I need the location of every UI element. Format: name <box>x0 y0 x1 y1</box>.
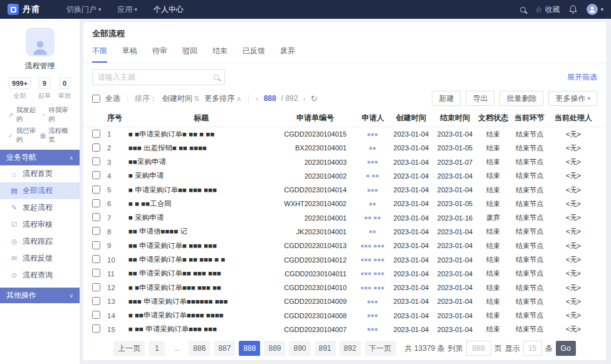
row-checkbox[interactable] <box>92 325 100 333</box>
filter-tab[interactable]: 草稿 <box>122 46 137 63</box>
quick-link[interactable]: ▦流程概览 <box>40 127 73 144</box>
filter-tab[interactable]: 待审 <box>152 46 167 63</box>
search-input[interactable] <box>98 73 214 81</box>
quick-link[interactable]: ✓我已审的 <box>8 127 40 144</box>
table-row[interactable]: 13 ■■■ 申请采购订单■■■■■■ ■■■ CGDD20230104009 … <box>83 294 606 308</box>
page-button[interactable]: 892 <box>340 341 361 356</box>
row-checkbox[interactable] <box>92 199 100 207</box>
filter-tab[interactable]: 驳回 <box>182 46 197 63</box>
table-row[interactable]: 10 ■■ 申请采购订单■ ■■ ■■■ ■ ■ CGDD20230104012… <box>83 252 606 266</box>
row-title[interactable]: ■ ■申请采购订单■ ■■ ■ ■■ <box>128 130 274 139</box>
action-button[interactable]: 导出 <box>466 91 494 106</box>
page-button[interactable]: 887 <box>214 341 235 356</box>
sidebar-stat[interactable]: 999+全部 <box>9 78 31 100</box>
table-row[interactable]: 6 ■ ■ ■■工合同 WXHT20230104002 ■■ 2023-01-0… <box>83 197 606 211</box>
sidebar-item[interactable]: ✉流程反馈 <box>0 250 80 267</box>
select-all-label[interactable]: 全选 <box>105 93 120 104</box>
user-menu[interactable]: ▾ <box>587 4 603 15</box>
table-row[interactable]: 3 ■■采购申请 20230104003 ■■■ 2023-01-04 2023… <box>83 155 606 169</box>
table-row[interactable]: 12 ■ ■申请采购订单■■■ ■■■ ■■ CGDD20230104010 ■… <box>83 281 606 294</box>
bell-icon[interactable] <box>569 5 577 14</box>
page-size-input[interactable] <box>523 341 542 356</box>
nav-menu-item[interactable]: 切换门户▾ <box>66 0 102 19</box>
table-row[interactable]: 15 ■ ■■ 申请采购订单■■■ ■■■ CGDD20230104007 ■■… <box>83 323 606 336</box>
row-title[interactable]: ■ 采购申请 <box>128 171 274 180</box>
nav-menu-item[interactable]: 个人中心 <box>154 0 184 19</box>
filter-tab[interactable]: 结束 <box>212 46 227 63</box>
table-row[interactable]: 8 ■■ 申请借■■■■ 记 JK20230104001 ■■ 2023-01-… <box>83 225 606 239</box>
sidebar-item[interactable]: ⊙流程查询 <box>0 267 80 284</box>
row-checkbox[interactable] <box>92 297 100 305</box>
sidebar-item[interactable]: ☑流程审核 <box>0 216 80 233</box>
sort-field[interactable]: 创建时间 ⇅ <box>162 93 199 104</box>
select-all-checkbox[interactable] <box>92 95 100 103</box>
row-checkbox[interactable] <box>92 311 100 319</box>
next-page-icon[interactable]: › <box>303 95 305 103</box>
row-title[interactable]: ■ 采购申请 <box>128 213 274 222</box>
col-header-ended[interactable]: 结束时间 <box>433 113 477 123</box>
sidebar-item[interactable]: ✎发起流程 <box>0 199 80 216</box>
row-checkbox[interactable] <box>92 283 100 291</box>
expand-filter-link[interactable]: 展开筛选 <box>567 72 597 83</box>
table-row[interactable]: 9 ■■ 申请采购订单■ ■■■ ■■■ CGDD20230104013 ■■■… <box>83 239 606 252</box>
col-header-node[interactable]: 当前环节 <box>509 113 550 123</box>
page-button[interactable]: 891 <box>315 341 336 356</box>
row-title[interactable]: ■■ 申请采购订单■■ ■■■ ■■■ <box>128 269 274 278</box>
row-checkbox[interactable] <box>92 227 100 235</box>
page-button[interactable]: 889 <box>264 341 285 356</box>
filter-tab[interactable]: 废弃 <box>280 46 295 63</box>
row-title[interactable]: ■■ 申请采购订单■ ■■ ■■■ ■ ■ <box>128 255 274 264</box>
nav-menu-item[interactable]: 应用▾ <box>118 0 138 19</box>
col-header-title[interactable]: 标题 <box>128 113 274 123</box>
table-row[interactable]: 5 ■ 申请采购订单■■ ■■■ ■■■ CGDD20230104014 ■■■… <box>83 183 606 197</box>
row-title[interactable]: ■ 申请采购订单■■ ■■■ ■■■ <box>128 185 274 195</box>
action-button[interactable]: 新建 <box>432 91 461 106</box>
table-row[interactable]: 2 ■■■ 出差报销■ ■■ ■■■■ BX20230104001 ■■ 202… <box>83 141 606 155</box>
sidebar-stat[interactable]: 9起草 <box>38 78 51 100</box>
row-title[interactable]: ■ ■■申请采购订单■■■■ ■■■■ <box>128 311 274 320</box>
row-title[interactable]: ■■ 申请借■■■■ 记 <box>128 227 274 236</box>
col-header-status[interactable]: 文档状态 <box>477 113 509 123</box>
quick-link[interactable]: ↗我发起的 <box>8 106 40 123</box>
app-logo[interactable]: 丹甫 <box>8 4 40 15</box>
refresh-icon[interactable]: ↻ <box>311 95 318 103</box>
more-sort[interactable]: 更多排序 ∧ <box>204 93 241 104</box>
page-button[interactable]: 890 <box>289 341 310 356</box>
filter-tab[interactable]: 不限 <box>92 46 107 63</box>
quick-link[interactable]: ◔待我审的 <box>40 106 73 123</box>
row-title[interactable]: ■ ■■ 申请采购订单■■■ ■■■ <box>128 325 274 334</box>
row-checkbox[interactable] <box>92 255 100 263</box>
profile-avatar[interactable] <box>26 28 55 56</box>
row-title[interactable]: ■■■ 申请采购订单■■■■■■ ■■■ <box>128 297 274 306</box>
prev-page-button[interactable]: 上一页 <box>113 341 145 356</box>
sidebar-item[interactable]: ⌂流程首页 <box>0 165 80 182</box>
row-checkbox[interactable] <box>92 130 100 138</box>
row-title[interactable]: ■ ■ ■■工合同 <box>128 199 274 209</box>
page-button[interactable]: 886 <box>189 341 210 356</box>
action-button[interactable]: 批量删除 <box>499 91 543 106</box>
prev-page-icon[interactable]: ‹ <box>256 95 258 103</box>
filter-tab[interactable]: 已反馈 <box>243 46 265 63</box>
row-checkbox[interactable] <box>92 241 100 249</box>
row-title[interactable]: ■ ■申请采购订单■■■ ■■■ ■■ <box>128 283 274 293</box>
search-icon[interactable] <box>520 7 526 13</box>
sidebar-item[interactable]: ▤全部流程 <box>0 182 80 199</box>
table-row[interactable]: 7 ■ 采购申请 20230104001 ■■ ■■ 2023-01-04 20… <box>83 211 606 225</box>
col-header-num[interactable]: 序号 <box>107 113 128 123</box>
page-button[interactable]: 888 <box>239 341 260 356</box>
table-row[interactable]: 11 ■■ 申请采购订单■■ ■■■ ■■■ CGDD20230104011 ■… <box>83 267 606 281</box>
row-checkbox[interactable] <box>92 185 100 194</box>
col-header-handler[interactable]: 当前处理人 <box>550 113 597 123</box>
row-checkbox[interactable] <box>92 143 100 152</box>
row-title[interactable]: ■■采购申请 <box>128 157 274 167</box>
row-checkbox[interactable] <box>92 157 100 165</box>
col-header-order[interactable]: 申请单编号 <box>274 113 357 123</box>
table-row[interactable]: 4 ■ 采购申请 20230104002 ■ ■■ 2023-01-04 202… <box>83 169 606 183</box>
section-business-nav[interactable]: 业务导航 ∧ <box>0 150 80 165</box>
row-checkbox[interactable] <box>92 171 100 179</box>
col-header-applicant[interactable]: 申请人 <box>357 113 389 123</box>
action-button[interactable]: 更多操作▾ <box>548 91 597 106</box>
sidebar-item[interactable]: ◎流程跟踪 <box>0 233 80 250</box>
table-row[interactable]: 1 ■ ■申请采购订单■ ■■ ■ ■■ CGDD20230104015 ■■■… <box>83 127 606 141</box>
page-button[interactable]: 1 <box>149 341 165 356</box>
